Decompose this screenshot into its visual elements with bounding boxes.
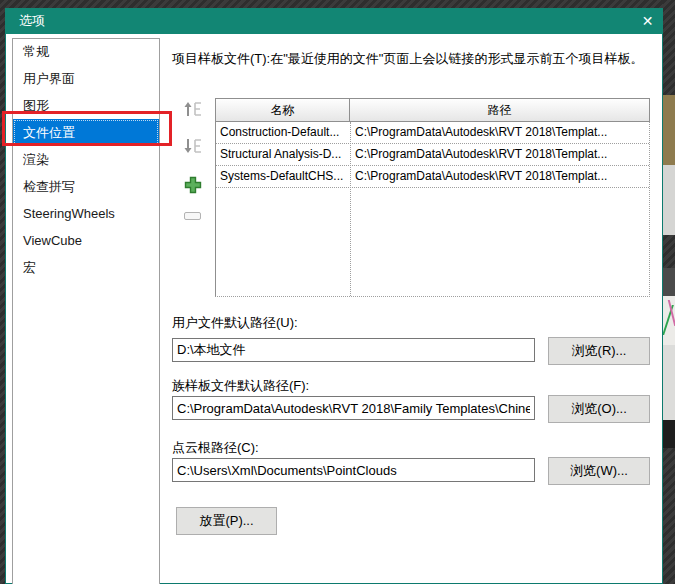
move-down-button[interactable] bbox=[184, 138, 202, 158]
browse-user-files-button[interactable]: 浏览(R)... bbox=[548, 337, 650, 365]
sidebar-item-file-locations[interactable]: 文件位置 bbox=[13, 119, 159, 146]
cell-name: Construction-Default... bbox=[216, 122, 350, 143]
family-template-path-input[interactable] bbox=[172, 396, 535, 420]
dialog-title: 选项 bbox=[19, 8, 45, 34]
cell-path: C:\ProgramData\Autodesk\RVT 2018\Templat… bbox=[350, 166, 649, 187]
column-divider bbox=[350, 122, 351, 296]
table-row[interactable]: Construction-Default... C:\ProgramData\A… bbox=[216, 122, 649, 144]
sidebar-item-viewcube[interactable]: ViewCube bbox=[13, 227, 159, 254]
cell-path: C:\ProgramData\Autodesk\RVT 2018\Templat… bbox=[350, 122, 649, 143]
minus-icon bbox=[184, 212, 201, 220]
move-up-icon bbox=[184, 101, 202, 117]
cell-path: C:\ProgramData\Autodesk\RVT 2018\Templat… bbox=[350, 144, 649, 165]
move-up-button[interactable] bbox=[184, 101, 202, 121]
background-app-strip bbox=[663, 0, 675, 584]
table-row[interactable]: Systems-DefaultCHS... C:\ProgramData\Aut… bbox=[216, 166, 649, 188]
point-cloud-root-path-label: 点云根路径(C): bbox=[172, 439, 259, 457]
cell-name: Systems-DefaultCHS... bbox=[216, 166, 350, 187]
remove-value-button[interactable] bbox=[184, 212, 201, 220]
browse-family-template-button[interactable]: 浏览(O)... bbox=[548, 395, 650, 423]
sidebar-item-check-spelling[interactable]: 检查拼写 bbox=[13, 173, 159, 200]
user-files-path-label: 用户文件默认路径(U): bbox=[172, 314, 298, 332]
dialog-titlebar[interactable]: 选项 bbox=[5, 8, 663, 34]
sidebar-item-macros[interactable]: 宏 bbox=[13, 254, 159, 281]
sidebar-item-steeringwheels[interactable]: SteeringWheels bbox=[13, 200, 159, 227]
column-header-name[interactable]: 名称 bbox=[216, 99, 350, 121]
browse-point-cloud-button[interactable]: 浏览(W)... bbox=[548, 457, 650, 485]
table-header-row: 名称 路径 bbox=[215, 98, 650, 122]
add-value-button[interactable] bbox=[184, 176, 202, 198]
table-row[interactable]: Structural Analysis-D... C:\ProgramData\… bbox=[216, 144, 649, 166]
project-template-table: 名称 路径 Construction-Default... C:\Program… bbox=[215, 98, 650, 297]
places-button[interactable]: 放置(P)... bbox=[176, 507, 277, 535]
table-body: Construction-Default... C:\ProgramData\A… bbox=[215, 122, 650, 297]
cell-name: Structural Analysis-D... bbox=[216, 144, 350, 165]
sidebar-item-graphics[interactable]: 图形 bbox=[13, 92, 159, 119]
project-template-description: 项目样板文件(T):在"最近使用的文件"页面上会以链接的形式显示前五个项目样板。 bbox=[172, 50, 658, 68]
move-down-icon bbox=[184, 138, 202, 154]
user-files-path-input[interactable] bbox=[172, 338, 535, 362]
plus-icon bbox=[184, 176, 202, 194]
family-template-path-label: 族样板文件默认路径(F): bbox=[172, 377, 309, 395]
screen: 选项 ✕ 常规 用户界面 图形 文件位置 渲染 检查拼写 SteeringWhe… bbox=[0, 0, 675, 584]
column-header-path[interactable]: 路径 bbox=[350, 99, 649, 121]
point-cloud-root-path-input[interactable] bbox=[172, 458, 535, 482]
close-icon[interactable]: ✕ bbox=[632, 8, 663, 34]
sidebar-item-rendering[interactable]: 渲染 bbox=[13, 146, 159, 173]
sidebar-item-user-interface[interactable]: 用户界面 bbox=[13, 65, 159, 92]
sidebar-item-general[interactable]: 常规 bbox=[13, 38, 159, 65]
